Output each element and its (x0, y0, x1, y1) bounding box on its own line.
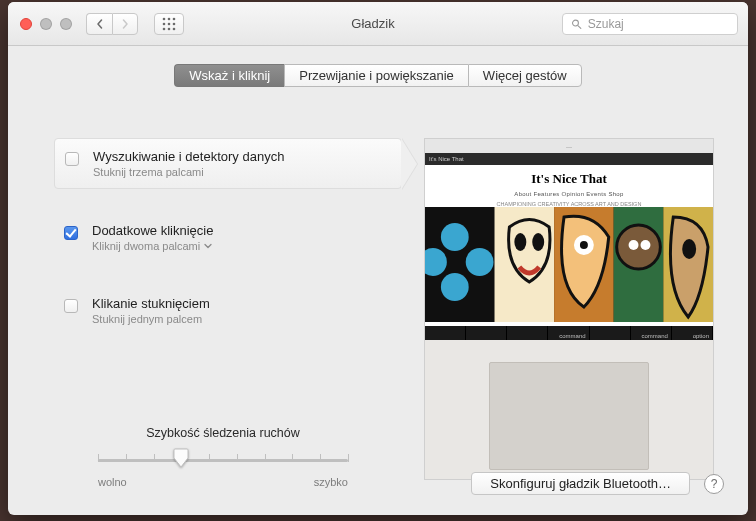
option-subtitle[interactable]: Kliknij dwoma palcami (92, 240, 213, 252)
tab-more-gestures[interactable]: Więcej gestów (468, 64, 582, 87)
search-input[interactable] (588, 17, 729, 31)
svg-point-0 (163, 17, 166, 20)
preview-browser-tabbar: It's Nice That (425, 153, 713, 165)
close-window-button[interactable] (20, 18, 32, 30)
search-icon (571, 18, 582, 30)
svg-point-4 (168, 22, 171, 25)
slow-label: wolno (98, 476, 127, 488)
svg-point-3 (163, 22, 166, 25)
svg-point-8 (173, 27, 176, 30)
window-controls (20, 18, 72, 30)
option-title: Klikanie stuknięciem (92, 296, 210, 311)
fast-label: szybko (314, 476, 348, 488)
option-subtitle: Stuknij trzema palcami (93, 166, 284, 178)
svg-point-26 (682, 239, 696, 259)
option-secondary-click-checkbox[interactable] (64, 226, 78, 240)
gesture-preview: ⋯ It's Nice That It's Nice That About Fe… (424, 138, 714, 480)
option-tap-to-click-checkbox[interactable] (64, 299, 78, 313)
svg-line-10 (578, 25, 581, 28)
svg-point-20 (580, 241, 588, 249)
content: Wskaż i kliknij Przewijanie i powiększan… (8, 46, 748, 515)
grid-icon (162, 17, 176, 31)
tracking-speed-slider[interactable] (98, 448, 348, 472)
option-tap-to-click[interactable]: Klikanie stuknięciem Stuknij jednym palc… (54, 286, 402, 335)
options-list: Wyszukiwanie i detektory danych Stuknij … (54, 138, 402, 335)
option-subtitle: Stuknij jednym palcem (92, 313, 210, 325)
zoom-window-button[interactable] (60, 18, 72, 30)
preview-laptop-body (425, 340, 713, 480)
svg-point-5 (173, 22, 176, 25)
svg-point-6 (163, 27, 166, 30)
bluetooth-trackpad-button[interactable]: Skonfiguruj gładzik Bluetooth… (471, 472, 690, 495)
svg-point-2 (173, 17, 176, 20)
svg-point-16 (514, 233, 526, 251)
preview-browser-chrome: ⋯ (425, 139, 713, 153)
svg-point-7 (168, 27, 171, 30)
svg-point-13 (466, 248, 494, 276)
tab-group: Wskaż i kliknij Przewijanie i powiększan… (174, 64, 581, 87)
preview-site-nav: About Features Opinion Events Shop (425, 191, 713, 197)
option-secondary-click[interactable]: Dodatkowe kliknięcie Kliknij dwoma palca… (54, 213, 402, 262)
preferences-window: Gładzik Wskaż i kliknij Przewijanie i po… (8, 2, 748, 515)
svg-point-14 (441, 273, 469, 301)
svg-point-23 (629, 240, 639, 250)
back-button[interactable] (86, 13, 112, 35)
chevron-right-icon (120, 19, 130, 29)
forward-button[interactable] (112, 13, 138, 35)
tab-point-and-click[interactable]: Wskaż i kliknij (174, 64, 284, 87)
option-title: Wyszukiwanie i detektory danych (93, 149, 284, 164)
svg-point-22 (617, 225, 661, 269)
show-all-prefs-button[interactable] (154, 13, 184, 35)
window-title: Gładzik (192, 16, 554, 31)
svg-point-24 (641, 240, 651, 250)
svg-point-1 (168, 17, 171, 20)
search-field[interactable] (562, 13, 738, 35)
tracking-speed: Szybkość śledzenia ruchów wolno szybko (98, 426, 348, 488)
chevron-down-icon (204, 240, 212, 252)
svg-point-17 (532, 233, 544, 251)
tab-scroll-zoom[interactable]: Przewijanie i powiększanie (284, 64, 468, 87)
titlebar: Gładzik (8, 2, 748, 46)
option-lookup[interactable]: Wyszukiwanie i detektory danych Stuknij … (54, 138, 402, 189)
tracking-speed-label: Szybkość śledzenia ruchów (98, 426, 348, 440)
footer: Skonfiguruj gładzik Bluetooth… ? (471, 472, 724, 495)
svg-point-9 (573, 20, 579, 26)
option-lookup-checkbox[interactable] (65, 152, 79, 166)
option-title: Dodatkowe kliknięcie (92, 223, 213, 238)
svg-point-12 (441, 223, 469, 251)
nav-buttons (86, 13, 138, 35)
preview-artwork (425, 207, 713, 322)
help-button[interactable]: ? (704, 474, 724, 494)
preview-site-logo: It's Nice That (425, 171, 713, 187)
minimize-window-button[interactable] (40, 18, 52, 30)
chevron-left-icon (95, 19, 105, 29)
preview-touchpad (489, 362, 649, 470)
preview-keyboard-row: command command option (425, 326, 713, 340)
slider-knob[interactable] (173, 448, 189, 468)
